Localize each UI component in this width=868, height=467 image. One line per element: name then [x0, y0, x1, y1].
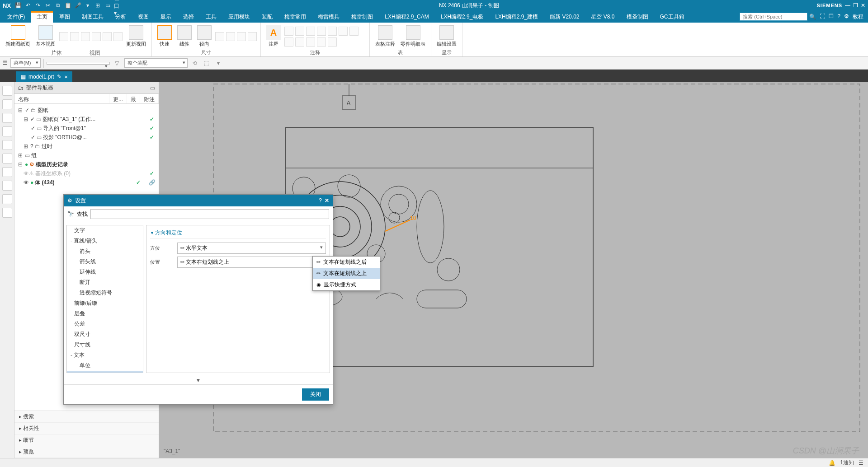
parts-list-button[interactable]: 零件明细表 [399, 24, 427, 48]
popup-opt-shortcuts[interactable]: ◉ 显示快捷方式 [313, 279, 380, 290]
rail-icon-4[interactable] [2, 126, 12, 136]
toggle-icon[interactable]: ⊞ [94, 2, 101, 9]
menu-ml1[interactable]: 梅雷常用 [279, 11, 311, 23]
help-icon[interactable]: ? [837, 13, 840, 21]
menu-icon[interactable]: ☰ [3, 60, 8, 66]
ann-icon2[interactable] [295, 27, 304, 36]
rail-icon-3[interactable] [2, 113, 12, 123]
settings-icon[interactable]: ⚙ [844, 13, 849, 21]
dim-icon1[interactable] [215, 32, 224, 41]
section-title[interactable]: 方向和定位 [150, 229, 326, 239]
menu-view[interactable]: 视图 [132, 11, 154, 23]
acc-dependency[interactable]: ▸ 相关性 [14, 423, 159, 434]
ann-icon7[interactable] [349, 27, 359, 36]
filter-dropdown[interactable] [47, 62, 110, 65]
fullscreen-icon[interactable]: ⛶ [820, 13, 825, 21]
tree-orientation[interactable]: 方向和位置 [67, 371, 143, 373]
ann-icon9[interactable] [295, 37, 304, 47]
view-icon5[interactable] [103, 32, 112, 41]
dim-icon3[interactable] [237, 32, 246, 41]
col-name[interactable]: 名称 [14, 94, 109, 103]
redo-icon[interactable]: ↷ [34, 2, 42, 9]
tutorial-link[interactable]: 教程 [853, 13, 863, 21]
dialog-search-input[interactable] [90, 209, 329, 219]
menu-select[interactable]: 选择 [178, 11, 199, 23]
ann-icon8[interactable] [284, 37, 293, 47]
tree-line-arrow[interactable]: - 直线/箭头 [67, 236, 143, 246]
tree-units[interactable]: 单位 [67, 360, 143, 371]
base-view-button[interactable]: 基本视图 [34, 24, 57, 48]
ann-icon5[interactable] [328, 27, 337, 36]
table-note-button[interactable]: 表格注释 [373, 24, 397, 48]
minimize-icon[interactable]: — [845, 2, 850, 9]
tree-break[interactable]: 断开 [67, 277, 143, 288]
linear-dim-button[interactable]: 线性 [175, 24, 193, 48]
view-icon2[interactable] [70, 32, 79, 41]
command-search[interactable] [740, 13, 807, 21]
paste-icon[interactable]: 📋 [64, 2, 71, 9]
menu-display[interactable]: 显示 [155, 11, 177, 23]
dim-icon4[interactable] [248, 32, 257, 41]
edit-settings-button[interactable]: 编辑设置 [435, 24, 458, 48]
rail-icon-8[interactable] [2, 181, 12, 191]
view-icon6[interactable] [113, 32, 123, 41]
menu-ms[interactable]: 模圣制图 [621, 11, 654, 23]
rail-icon-5[interactable] [2, 140, 12, 150]
menu-ml3[interactable]: 梅雷制图 [346, 11, 378, 23]
close-button[interactable]: 关闭 [302, 388, 329, 401]
tree-text[interactable]: 文字 [67, 225, 143, 236]
nav-pin-icon[interactable]: ▭ [150, 85, 155, 91]
close-icon[interactable]: ✕ [861, 2, 865, 9]
ann-icon11[interactable] [317, 37, 326, 47]
sel-icon3[interactable]: ▾ [214, 59, 223, 68]
ann-icon12[interactable] [328, 37, 337, 47]
document-tab[interactable]: ▦ model1.prt ✎ ✕ [16, 71, 72, 82]
menu-sketch[interactable]: 草图 [54, 11, 75, 23]
assembly-dropdown[interactable]: 整个装配 [124, 58, 188, 68]
menu-tools[interactable]: 工具 [200, 11, 222, 23]
copy-icon[interactable]: ⧉ [54, 2, 61, 9]
rail-icon-7[interactable] [2, 167, 12, 177]
tree-foreshortening[interactable]: 透视缩短符号 [67, 288, 143, 298]
menu-lxh-model[interactable]: LXH编程2.9_建模 [490, 11, 543, 23]
rail-icon-9[interactable] [2, 194, 12, 204]
new-sheet-button[interactable]: 新建图纸页 [4, 24, 32, 48]
save-icon[interactable]: 💾 [14, 2, 22, 9]
tree-extension[interactable]: 延伸线 [67, 267, 143, 277]
notification-text[interactable]: 1通知 [840, 459, 854, 467]
window-icon[interactable]: ▭ [104, 2, 111, 9]
acc-search[interactable]: ▸ 搜索 [14, 411, 159, 423]
sel-icon1[interactable]: ⟲ [190, 59, 199, 68]
note-button[interactable]: A注释 [264, 24, 283, 48]
status-menu-icon[interactable]: ☰ [859, 460, 863, 466]
dialog-help-icon[interactable]: ? [319, 197, 322, 204]
rail-icon-2[interactable] [2, 99, 12, 109]
menu-lxh-cam[interactable]: LXH编程2.9_CAM [379, 11, 434, 23]
radial-dim-button[interactable]: 径向 [195, 24, 213, 48]
ann-icon10[interactable] [306, 37, 315, 47]
menu-dropdown[interactable]: 菜单(M) [10, 58, 41, 68]
search-icon[interactable]: 🔍 [809, 14, 816, 20]
tab-close-icon[interactable]: ✕ [64, 75, 68, 79]
menu-assembly[interactable]: 装配 [256, 11, 278, 23]
tree-tolerance[interactable]: 公差 [67, 319, 143, 329]
view-icon4[interactable] [92, 32, 101, 41]
more-icon[interactable]: ▾ [84, 2, 91, 9]
rail-icon-6[interactable] [2, 154, 12, 163]
filter-icon[interactable]: ▽ [113, 59, 122, 68]
settings-tree[interactable]: 文字 - 直线/箭头 箭头 箭头线 延伸线 断开 透视缩短符号 前缀/后缀 层叠… [66, 225, 143, 373]
popup-opt-after[interactable]: ✏ 文本在短划线之后 [313, 257, 380, 268]
sel-icon2[interactable]: ⬚ [202, 59, 211, 68]
dialog-expand[interactable]: ▼ [64, 376, 333, 384]
menu-drafting-tools[interactable]: 制图工具 [76, 11, 109, 23]
position-dropdown[interactable]: ✏ 文本在短划线之上 [177, 257, 326, 268]
ann-icon3[interactable] [306, 27, 315, 36]
menu-lxh-elec[interactable]: LXH编程2.9_电极 [435, 11, 489, 23]
tree-text2[interactable]: - 文本 [67, 350, 143, 360]
view-icon1[interactable] [59, 32, 68, 41]
col-attach[interactable]: 附注 [140, 94, 159, 103]
dim-icon2[interactable] [226, 32, 235, 41]
acc-details[interactable]: ▸ 细节 [14, 434, 159, 446]
menu-ml2[interactable]: 梅雷模具 [312, 11, 345, 23]
dialog-close-icon[interactable]: ✕ [325, 197, 329, 204]
